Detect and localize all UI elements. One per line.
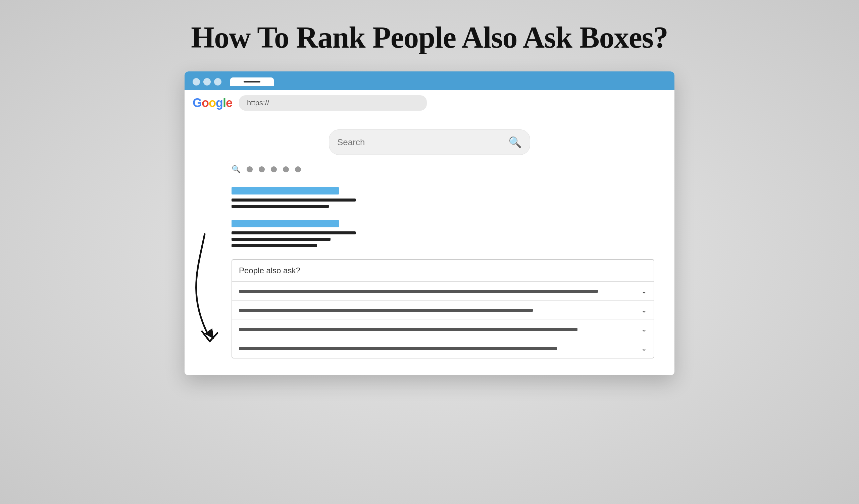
browser-top-bar	[193, 77, 666, 86]
paa-item-3[interactable]: ⌄	[232, 319, 654, 339]
google-logo-g: G	[193, 96, 202, 110]
filter-dot-4	[283, 166, 289, 172]
paa-item-line-3	[239, 328, 577, 331]
result-block-1	[231, 187, 654, 208]
browser-dots	[193, 78, 222, 85]
filter-dot-5	[295, 166, 301, 172]
filter-search-icon: 🔍	[231, 165, 241, 174]
results-area: People also ask? ⌄ ⌄ ⌄ ⌄	[205, 187, 654, 359]
paa-item-1[interactable]: ⌄	[232, 281, 654, 300]
browser-dot-3	[214, 78, 222, 85]
paa-item-line-4	[239, 347, 557, 350]
result-line-1-2	[231, 205, 329, 208]
result-title-bar-2	[231, 220, 339, 227]
arrow-svg	[184, 227, 252, 348]
filter-dot-1	[247, 166, 253, 172]
browser-address-bar-row: Google https://	[184, 90, 675, 116]
chevron-down-icon-2: ⌄	[641, 306, 647, 314]
paa-box: People also ask? ⌄ ⌄ ⌄ ⌄	[231, 259, 654, 359]
google-logo-l: l	[223, 96, 226, 110]
arrow-container	[184, 227, 245, 345]
page-title: How To Rank People Also Ask Boxes?	[191, 20, 668, 55]
paa-item-2[interactable]: ⌄	[232, 300, 654, 319]
chevron-down-icon-4: ⌄	[641, 344, 647, 352]
chevron-down-icon-1: ⌄	[641, 287, 647, 295]
tab-bar-line	[244, 81, 260, 82]
search-bar[interactable]: Search 🔍	[329, 129, 530, 155]
result-block-2	[231, 220, 654, 247]
browser-chrome	[184, 72, 675, 90]
google-logo-o1: o	[202, 96, 209, 110]
browser-tab[interactable]	[230, 77, 274, 86]
google-logo-g2: g	[216, 96, 223, 110]
browser-dot-1	[193, 78, 200, 85]
result-line-1-1	[231, 199, 356, 202]
chevron-down-icon-3: ⌄	[641, 325, 647, 333]
paa-item-line-2	[239, 309, 533, 312]
filter-dot-3	[271, 166, 277, 172]
google-logo: Google	[193, 96, 232, 110]
paa-title: People also ask?	[232, 260, 654, 281]
google-logo-o2: o	[209, 96, 216, 110]
address-bar[interactable]: https://	[239, 95, 427, 111]
search-icon: 🔍	[508, 136, 522, 148]
filter-row: 🔍	[205, 165, 654, 174]
filter-dot-2	[259, 166, 265, 172]
browser-content: Search 🔍 🔍	[184, 116, 675, 375]
search-bar-text: Search	[337, 137, 365, 147]
search-bar-container: Search 🔍	[205, 129, 654, 155]
paa-item-line-1	[239, 290, 598, 293]
google-logo-e: e	[226, 96, 232, 110]
browser-window: Google https:// Search 🔍 🔍	[184, 72, 675, 375]
paa-item-4[interactable]: ⌄	[232, 339, 654, 358]
browser-dot-2	[204, 78, 211, 85]
result-title-bar-1	[231, 187, 339, 194]
